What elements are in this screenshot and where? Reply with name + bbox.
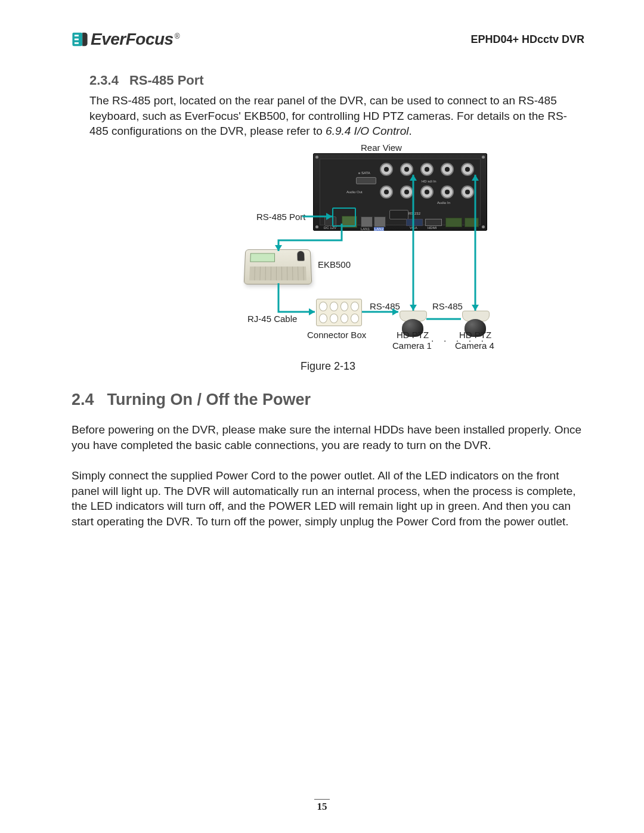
- label-hdsdi-in: HD sdi In: [422, 179, 436, 183]
- connector-box-icon: [316, 299, 362, 326]
- label-rs232: RS 232: [408, 212, 420, 215]
- product-name: EPHD04+ HDcctv DVR: [470, 33, 584, 46]
- heading-number: 2.4: [72, 391, 94, 408]
- section-24-para-1: Before powering on the DVR, please make …: [72, 422, 584, 453]
- rs485-diagram: Rear View e SATA Audio Out HD sdi In Aud…: [164, 145, 581, 357]
- label-ekb500: EKB500: [318, 259, 351, 270]
- label-hdmi: HDMI: [428, 226, 436, 230]
- ellipsis-dots: . . . . .: [431, 333, 487, 344]
- svg-marker-10: [472, 305, 479, 311]
- label-rear-view: Rear View: [361, 143, 402, 153]
- label-connector-box: Connector Box: [307, 330, 366, 340]
- heading-number: 2.3.4: [89, 73, 119, 88]
- rs485-highlight-box: [332, 208, 356, 227]
- ekb500-keyboard-icon: [244, 249, 312, 284]
- svg-rect-1: [75, 35, 79, 36]
- rs232-port-icon: [389, 210, 408, 219]
- everfocus-icon: [72, 31, 88, 48]
- svg-marker-8: [410, 305, 417, 311]
- label-lan2: LAN2: [374, 227, 384, 231]
- brand-name: EverFocus: [91, 30, 174, 48]
- label-rs485-b: RS-485: [432, 301, 463, 311]
- registered-mark: ®: [175, 32, 179, 41]
- terminal-block-icon: [445, 218, 462, 227]
- label-rs485-a: RS-485: [370, 301, 400, 311]
- page-number: 15: [317, 801, 327, 812]
- page-header: EverFocus® EPHD04+ HDcctv DVR: [72, 30, 584, 49]
- heading-title: Turning On / Off the Power: [107, 391, 311, 408]
- lan2-port-icon: [374, 216, 386, 227]
- heading-title: RS-485 Port: [129, 73, 204, 88]
- label-rs485-port: RS-485 Port: [256, 212, 306, 222]
- vga-port-icon: [406, 219, 423, 226]
- heading-2-3-4: 2.3.4RS-485 Port: [89, 73, 584, 88]
- label-cam1-a: HD PTZ: [397, 330, 429, 340]
- lan1-port-icon: [361, 216, 373, 227]
- esata-port-icon: [356, 177, 376, 184]
- hdmi-port-icon: [425, 219, 442, 226]
- label-cam1-b: Camera 1: [392, 340, 432, 351]
- section-24-para-2: Simply connect the supplied Power Cord t…: [72, 468, 584, 529]
- label-lan1: LAN1: [361, 227, 370, 231]
- svg-rect-3: [75, 42, 79, 44]
- page-footer: 15: [0, 799, 644, 813]
- svg-marker-7: [309, 308, 315, 315]
- cross-reference: 6.9.4 I/O Control: [326, 125, 408, 137]
- terminal-block-icon: [465, 218, 479, 227]
- heading-2-4: 2.4Turning On / Off the Power: [72, 391, 584, 409]
- label-esata: e SATA: [358, 171, 370, 175]
- label-vga: VGA: [410, 226, 417, 230]
- svg-rect-2: [75, 39, 79, 41]
- section-234-text: The RS-485 port, located on the rear pan…: [89, 93, 584, 139]
- brand-logo: EverFocus®: [72, 30, 179, 49]
- label-rj45: RJ-45 Cable: [247, 314, 297, 324]
- label-audio-out: Audio Out: [346, 190, 363, 194]
- figure-caption: Figure 2-13: [72, 360, 584, 373]
- label-audio-in: Audio In: [437, 201, 450, 205]
